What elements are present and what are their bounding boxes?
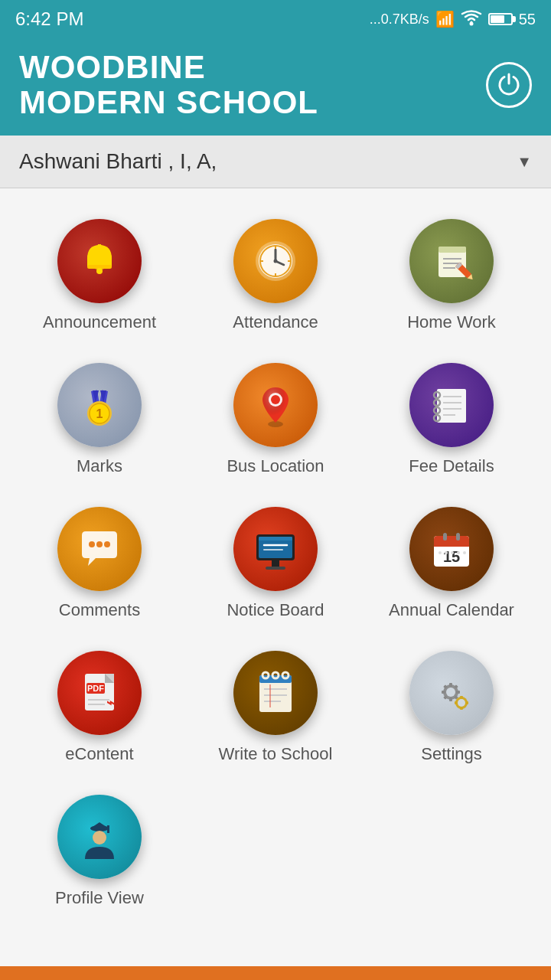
svg-rect-55 [434, 542, 469, 547]
comments-label: Comments [59, 600, 140, 620]
menu-item-homework[interactable]: Home Work [367, 211, 536, 340]
svg-rect-99 [107, 825, 109, 833]
menu-item-attendance[interactable]: Attendance [191, 211, 360, 340]
svg-text:PDF: PDF [87, 684, 104, 693]
power-button[interactable] [486, 62, 532, 108]
school-name: WOODBINE MODERN SCHOOL [19, 50, 318, 120]
svg-point-11 [274, 260, 278, 263]
profileview-label: Profile View [55, 888, 144, 908]
menu-item-announcement[interactable]: Announcement [15, 211, 184, 340]
battery-indicator [488, 13, 513, 25]
svg-point-61 [451, 551, 454, 554]
battery-percent: 55 [519, 11, 536, 28]
svg-point-100 [93, 831, 106, 844]
svg-point-44 [96, 541, 103, 547]
menu-item-writetoschool[interactable]: Write to School [191, 643, 360, 772]
svg-rect-17 [439, 247, 466, 253]
menu-item-econtent[interactable]: PDF ⌁ eContent [15, 643, 184, 772]
signal-icon: 📶 [435, 10, 455, 28]
svg-rect-93 [460, 696, 463, 699]
homework-icon [409, 219, 494, 303]
svg-rect-50 [266, 567, 285, 570]
menu-grid: Announcement Attendance [0, 188, 551, 939]
svg-rect-56 [443, 533, 447, 541]
menu-item-marks[interactable]: 1 Marks [15, 355, 184, 484]
svg-rect-57 [456, 533, 460, 541]
svg-text:⌁: ⌁ [106, 695, 115, 710]
network-speed: ...0.7KB/s [370, 11, 429, 28]
menu-item-comments[interactable]: Comments [15, 499, 184, 628]
wifi-icon [461, 9, 482, 30]
settings-icon [409, 651, 494, 735]
svg-point-59 [439, 551, 442, 554]
user-name: Ashwani Bharti , I, A, [19, 149, 217, 174]
marks-label: Marks [77, 456, 122, 476]
svg-rect-96 [465, 701, 468, 704]
user-selector[interactable]: Ashwani Bharti , I, A, ▼ [0, 136, 551, 188]
feedetails-icon [409, 363, 494, 447]
svg-rect-95 [455, 701, 458, 704]
noticeboard-label: Notice Board [227, 600, 324, 620]
menu-item-calendar[interactable]: 15 Annual Calendar [367, 499, 536, 628]
homework-label: Home Work [407, 312, 496, 332]
svg-point-92 [458, 699, 465, 707]
svg-point-3 [96, 268, 103, 274]
feedetails-label: Fee Details [409, 456, 494, 476]
announcement-label: Announcement [43, 312, 156, 332]
svg-point-60 [445, 551, 448, 554]
writetoschool-label: Write to School [219, 744, 333, 764]
svg-text:1: 1 [96, 407, 103, 420]
menu-item-buslocation[interactable]: Bus Location [191, 355, 360, 484]
status-bar: 6:42 PM ...0.7KB/s 📶 55 [0, 0, 551, 38]
status-icons: ...0.7KB/s 📶 55 [370, 9, 536, 30]
svg-point-82 [446, 688, 455, 697]
svg-rect-94 [460, 707, 463, 710]
writetoschool-icon [233, 651, 318, 735]
svg-rect-85 [442, 691, 445, 694]
svg-point-0 [469, 21, 473, 25]
econtent-icon: PDF ⌁ [57, 651, 142, 735]
menu-item-settings[interactable]: Settings [367, 643, 536, 772]
noticeboard-icon [233, 507, 318, 591]
svg-rect-49 [272, 560, 279, 567]
svg-rect-83 [449, 683, 452, 687]
profileview-icon [57, 795, 142, 879]
menu-item-noticeboard[interactable]: Notice Board [191, 499, 360, 628]
econtent-label: eContent [65, 744, 133, 764]
app-header: WOODBINE MODERN SCHOOL [0, 38, 551, 136]
dropdown-arrow-icon: ▼ [517, 153, 532, 171]
svg-point-62 [457, 551, 460, 554]
buslocation-label: Bus Location [227, 456, 324, 476]
svg-text:15: 15 [443, 548, 460, 565]
attendance-label: Attendance [233, 312, 318, 332]
svg-rect-84 [449, 697, 452, 701]
svg-point-43 [89, 541, 95, 547]
calendar-icon: 15 [409, 507, 494, 591]
calendar-label: Annual Calendar [389, 600, 514, 620]
settings-label: Settings [421, 744, 482, 764]
svg-point-63 [463, 551, 466, 554]
announcement-icon [57, 219, 142, 303]
power-icon [497, 71, 521, 100]
svg-rect-86 [456, 691, 460, 694]
comments-icon [57, 507, 142, 591]
buslocation-icon [233, 363, 318, 447]
time-display: 6:42 PM [15, 8, 83, 30]
svg-rect-48 [259, 537, 292, 541]
bottom-bar [0, 966, 551, 980]
svg-rect-5 [98, 244, 101, 248]
menu-item-feedetails[interactable]: Fee Details [367, 355, 536, 484]
menu-item-profileview[interactable]: Profile View [15, 787, 184, 916]
svg-point-45 [104, 541, 110, 547]
svg-point-33 [271, 395, 280, 404]
attendance-icon [233, 219, 318, 303]
svg-rect-34 [437, 389, 466, 423]
marks-icon: 1 [57, 363, 142, 447]
